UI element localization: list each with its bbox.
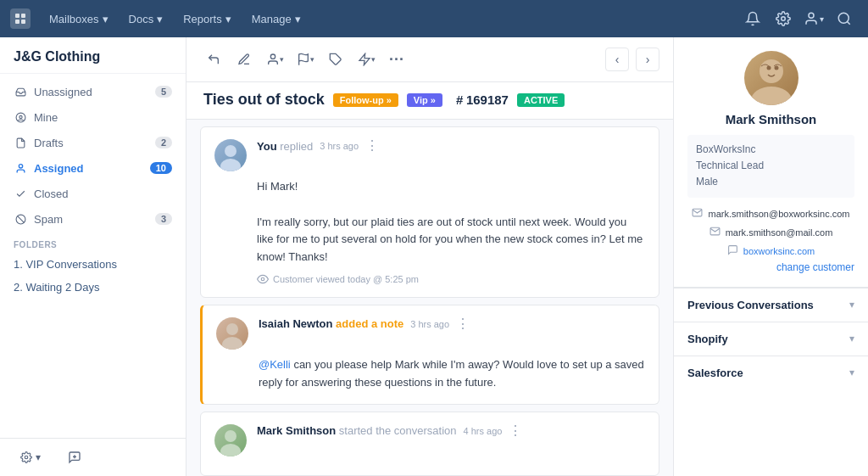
user-circle-icon [14,110,27,124]
change-customer-button[interactable]: change customer [776,261,854,277]
avatar-mark [214,424,247,456]
svg-point-24 [225,430,236,442]
main-layout: J&G Clothing Unassigned 5 Mine Drafts [0,37,868,476]
back-button[interactable] [200,46,227,73]
salesforce-chevron-icon: ▾ [849,367,854,378]
conversation-title: Ties out of stock [203,91,325,109]
message-header-3: Mark Smithson started the conversation 4… [214,424,645,456]
svg-rect-1 [21,14,25,18]
folder-vip[interactable]: 1. VIP Conversations [0,253,186,276]
nav-reports[interactable]: Reports ▾ [175,8,240,31]
message-header-2: Isaiah Newton added a note 3 hrs ago ⋮ [216,317,645,350]
conversation-header: Ties out of stock Follow-up » Vip » # 16… [186,82,673,120]
avatar-you [214,139,247,171]
previous-conversations-section: Previous Conversations ▾ [674,288,868,322]
sidebar-navigation: Unassigned 5 Mine Drafts 2 A [0,74,186,438]
salesforce-header[interactable]: Salesforce ▾ [674,356,868,389]
message-time-3: 4 hrs ago [464,426,503,436]
svg-point-5 [809,13,814,18]
message-more-button-2[interactable]: ⋮ [456,317,470,331]
new-conversation-button[interactable] [58,445,92,469]
svg-rect-0 [15,14,19,18]
svg-marker-18 [359,53,370,64]
message-time-2: 3 hrs ago [410,319,449,329]
contact-name: Mark Smithson [726,112,817,126]
previous-conversations-header[interactable]: Previous Conversations ▾ [674,288,868,322]
message-block-3: Mark Smithson started the conversation 4… [200,412,659,476]
svg-point-25 [220,444,241,456]
more-button[interactable]: ··· [383,46,410,73]
message-block-2: Isaiah Newton added a note 3 hrs ago ⋮ @… [200,305,659,405]
sidebar-item-assigned[interactable]: Assigned 10 [0,155,186,181]
message-sender-3: Mark Smithson started the conversation [257,424,457,437]
sidebar-item-unassigned[interactable]: Unassigned 5 [0,79,186,104]
settings-button[interactable] [770,5,797,32]
folders-label: FOLDERS [0,232,186,253]
contact-info-box: BoxWorksInc Technical Lead Male [687,135,854,198]
message-more-button-1[interactable]: ⋮ [365,139,379,153]
edit-button[interactable] [231,46,258,73]
message-meta-1: You replied 3 hrs ago ⋮ [257,139,645,153]
message-viewed-1: Customer viewed today @ 5:25 pm [257,273,645,285]
message-block-1: You replied 3 hrs ago ⋮ Hi Mark! I'm rea… [200,126,659,298]
tag-vip[interactable]: Vip » [407,93,442,107]
sidebar-item-closed[interactable]: Closed [0,181,186,206]
shopify-header[interactable]: Shopify ▾ [674,322,868,356]
check-icon [14,187,27,200]
sidebar-item-spam[interactable]: Spam 3 [0,206,186,232]
status-badge: ACTIVE [517,93,565,107]
nav-docs[interactable]: Docs ▾ [120,8,172,31]
search-button[interactable] [831,5,858,32]
svg-point-29 [774,66,778,70]
app-logo[interactable] [10,8,31,29]
previous-conversations-title: Previous Conversations [687,299,849,311]
contact-header: Mark Smithson BoxWorksInc Technical Lead… [674,37,868,288]
sidebar-footer: ▾ [0,438,186,476]
profile-button[interactable]: ▾ [800,5,827,32]
sidebar-settings-button[interactable]: ▾ [10,446,51,468]
previous-chevron-icon: ▾ [849,299,854,311]
message-header-1: You replied 3 hrs ago ⋮ [214,139,645,171]
conversation-area: ▾ ▾ ▾ ··· ‹ › Ties out of stock Follow-u… [186,37,673,476]
svg-line-11 [17,216,24,222]
email2-icon [709,226,721,239]
salesforce-section: Salesforce ▾ [674,356,868,389]
contact-email1: mark.smithson@boxworksinc.com [692,204,849,223]
tag-followup[interactable]: Follow-up » [333,93,398,107]
website-link[interactable]: boxworksinc.com [743,246,815,256]
nav-mailboxes[interactable]: Mailboxes ▾ [41,8,117,31]
inbox-icon [14,85,27,98]
nav-manage[interactable]: Manage ▾ [243,8,309,31]
svg-point-26 [760,59,783,83]
svg-point-15 [270,54,275,59]
tag-button[interactable] [322,46,349,73]
svg-rect-3 [21,20,25,24]
message-more-button-3[interactable]: ⋮ [509,424,522,438]
chat-icon [727,244,738,258]
svg-point-12 [25,456,28,459]
contact-website: boxworksinc.com [727,242,815,260]
svg-point-20 [220,159,241,171]
salesforce-title: Salesforce [687,367,849,379]
sidebar: J&G Clothing Unassigned 5 Mine Drafts [0,37,186,476]
prev-conversation-button[interactable]: ‹ [605,48,629,71]
folder-waiting[interactable]: 2. Waiting 2 Days [0,276,186,299]
notifications-button[interactable] [739,5,766,32]
svg-point-23 [222,337,242,350]
sidebar-item-mine[interactable]: Mine [0,104,186,130]
email-icon [692,207,703,221]
flag-button[interactable]: ▾ [292,46,319,73]
assign-button[interactable]: ▾ [261,46,288,73]
shopify-chevron-icon: ▾ [849,333,854,344]
action-button[interactable]: ▾ [353,46,380,73]
shopify-title: Shopify [687,333,849,345]
message-time-1: 3 hrs ago [320,141,359,151]
next-conversation-button[interactable]: › [636,48,659,71]
shopify-section: Shopify ▾ [674,322,868,356]
conversation-id-prefix: # 169187 [456,92,509,107]
contact-avatar [744,51,798,105]
conversation-id-number: 169187 [466,92,509,107]
sidebar-item-drafts[interactable]: Drafts 2 [0,130,186,155]
svg-point-9 [19,164,22,167]
contact-email2: mark.smithson@mail.com [709,223,833,242]
